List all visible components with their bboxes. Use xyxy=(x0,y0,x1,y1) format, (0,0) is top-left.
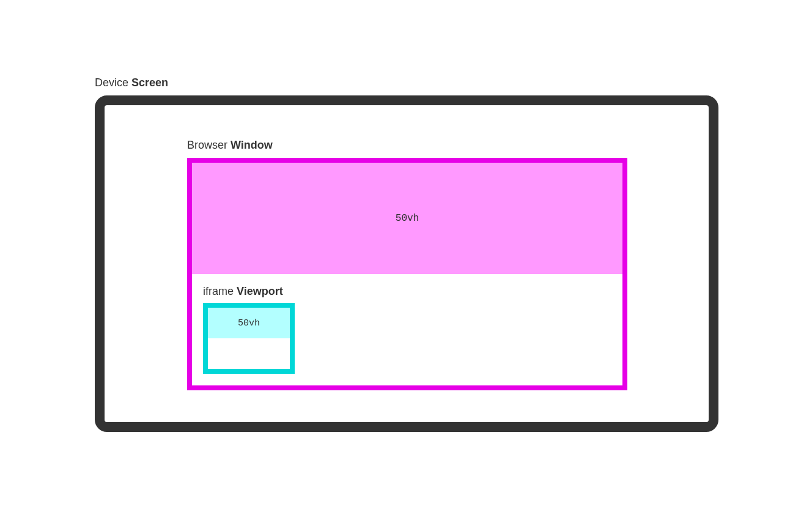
window-label-prefix: Browser xyxy=(187,139,231,151)
screen-label-bold: Screen xyxy=(131,76,168,89)
viewport-box: 50vh xyxy=(203,303,295,374)
window-upper-half: 50vh xyxy=(192,163,622,274)
viewport-vh-label: 50vh xyxy=(238,318,260,329)
window-label-bold: Window xyxy=(231,139,273,151)
window-lower-half: iframe Viewport 50vh xyxy=(192,274,622,385)
viewport-lower-half xyxy=(208,338,290,369)
screen-label: Device Screen xyxy=(95,76,718,89)
screen-label-prefix: Device xyxy=(95,76,131,89)
viewport-label-bold: Viewport xyxy=(237,285,283,297)
screen-box: Browser Window 50vh iframe Viewport 50vh xyxy=(95,95,718,432)
viewport-label: iframe Viewport xyxy=(203,285,611,298)
window-box: 50vh iframe Viewport 50vh xyxy=(187,158,627,390)
window-label: Browser Window xyxy=(187,139,627,152)
viewport-label-prefix: iframe xyxy=(203,285,237,297)
window-vh-label: 50vh xyxy=(396,213,419,224)
viewport-upper-half: 50vh xyxy=(208,308,290,338)
